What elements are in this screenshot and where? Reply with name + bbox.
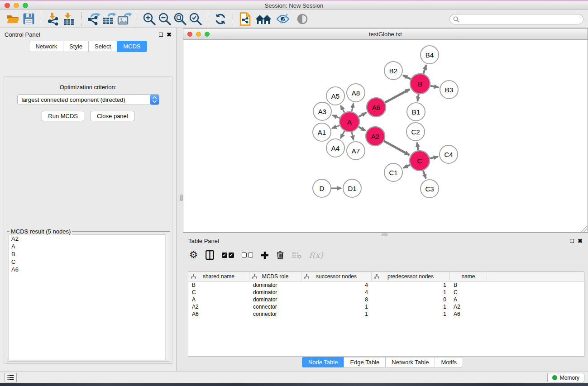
criterion-dropdown[interactable]: largest connected component (directed) xyxy=(17,94,159,105)
window-resize-grip[interactable] xyxy=(581,226,587,232)
network-graph[interactable]: B4B2BB3A8A5A6A3B1AC2A1A2A4A7C4CC1DD1C3 xyxy=(183,40,588,232)
graph-node-A5[interactable]: A5 xyxy=(326,87,344,105)
export-image-button[interactable] xyxy=(117,11,132,27)
edge-A-A3[interactable] xyxy=(332,115,339,118)
memory-button[interactable]: Memory xyxy=(547,373,584,382)
export-network-button[interactable] xyxy=(86,11,101,27)
graph-node-C1[interactable]: C1 xyxy=(384,163,402,181)
delete-row-button[interactable] xyxy=(277,251,284,259)
network-canvas[interactable]: B4B2BB3A8A5A6A3B1AC2A1A2A4A7C4CC1DD1C3 xyxy=(183,40,588,232)
cell-name[interactable]: A xyxy=(450,296,487,303)
tab-style[interactable]: Style xyxy=(63,41,88,52)
mcds-result-item[interactable]: A6 xyxy=(9,266,168,273)
mcds-result-item[interactable]: A2 xyxy=(9,235,168,243)
graph-node-A3[interactable]: A3 xyxy=(313,102,331,120)
show-details-button[interactable] xyxy=(295,11,310,27)
table-row[interactable]: Cdominator41C xyxy=(188,289,584,296)
graph-node-A8[interactable]: A8 xyxy=(347,84,365,102)
column-header-shared-name[interactable]: shared name xyxy=(188,272,249,281)
graph-node-A4[interactable]: A4 xyxy=(326,139,344,157)
table-row[interactable]: Bdominator41B xyxy=(188,281,584,289)
function-builder-button[interactable]: f(x) xyxy=(309,250,323,260)
edge-A-A7[interactable] xyxy=(352,132,354,140)
cell-predecessor-nodes[interactable]: 1 xyxy=(372,282,450,288)
edge-C-C1[interactable] xyxy=(403,165,410,168)
zoom-selected-button[interactable] xyxy=(188,11,203,27)
cell-successor-nodes[interactable]: 4 xyxy=(301,282,372,288)
cell-successor-nodes[interactable]: 8 xyxy=(301,296,372,303)
cell-predecessor-nodes[interactable]: 0 xyxy=(372,296,450,303)
edge-A6-B[interactable] xyxy=(385,89,410,102)
export-table-button[interactable] xyxy=(101,11,117,27)
column-header-predecessor-nodes[interactable]: predecessor nodes xyxy=(372,272,450,281)
graph-node-B3[interactable]: B3 xyxy=(440,81,458,99)
cell-MCDS-role[interactable]: connector xyxy=(249,311,301,317)
add-row-button[interactable] xyxy=(261,251,269,259)
graph-node-C2[interactable]: C2 xyxy=(406,123,425,141)
cell-name[interactable]: B xyxy=(450,282,487,288)
import-table-button[interactable] xyxy=(61,11,76,27)
graph-node-B4[interactable]: B4 xyxy=(421,46,439,64)
float-panel-icon[interactable] xyxy=(159,33,163,37)
mcds-result-list[interactable]: A2ABCA6 xyxy=(9,234,168,360)
graph-node-A6[interactable]: A6 xyxy=(367,98,386,117)
network-document-button[interactable] xyxy=(238,11,253,27)
edge-A2-C[interactable] xyxy=(384,141,409,155)
hide-details-button[interactable] xyxy=(276,11,291,27)
cell-successor-nodes[interactable]: 1 xyxy=(301,304,372,310)
cell-successor-nodes[interactable]: 4 xyxy=(301,289,372,295)
mcds-result-item[interactable]: C xyxy=(9,258,168,266)
edge-B-B4[interactable] xyxy=(423,65,426,74)
import-network-button[interactable] xyxy=(46,11,61,27)
vertical-splitter-handle[interactable] xyxy=(180,195,183,201)
zoom-out-button[interactable] xyxy=(157,11,172,27)
edge-B-B2[interactable] xyxy=(403,76,411,79)
select-all-button[interactable]: ✓ ✓ xyxy=(222,253,234,258)
edge-C-C3[interactable] xyxy=(423,171,426,179)
cell-name[interactable]: A6 xyxy=(450,311,487,317)
tab-network-table[interactable]: Network Table xyxy=(385,357,435,367)
cell-MCDS-role[interactable]: connector xyxy=(249,304,301,310)
cell-shared-name[interactable]: A xyxy=(188,296,249,303)
graph-node-B2[interactable]: B2 xyxy=(384,62,402,80)
open-session-button[interactable] xyxy=(5,11,21,27)
graph-node-A2[interactable]: A2 xyxy=(366,127,385,146)
run-mcds-button[interactable]: Run MCDS xyxy=(42,111,84,121)
cell-MCDS-role[interactable]: dominator xyxy=(249,282,301,288)
column-header-successor-nodes[interactable]: successor nodes xyxy=(301,272,372,281)
mcds-result-item[interactable]: A xyxy=(9,243,168,250)
float-table-panel-icon[interactable] xyxy=(570,239,574,243)
graph-node-C[interactable]: C xyxy=(410,151,430,171)
graph-node-C4[interactable]: C4 xyxy=(440,145,458,163)
zoom-fit-button[interactable] xyxy=(172,11,188,27)
edge-C-C2[interactable] xyxy=(417,143,418,150)
graph-node-C3[interactable]: C3 xyxy=(421,180,439,198)
cell-shared-name[interactable]: A2 xyxy=(188,304,249,310)
network-window-titlebar[interactable]: testGlobe.txt xyxy=(183,29,588,40)
cell-predecessor-nodes[interactable]: 1 xyxy=(372,289,450,295)
cell-MCDS-role[interactable]: dominator xyxy=(249,296,301,303)
tab-edge-table[interactable]: Edge Table xyxy=(344,357,385,367)
overview-button[interactable] xyxy=(256,11,271,27)
tab-node-table[interactable]: Node Table xyxy=(302,357,344,367)
edge-B-B1[interactable] xyxy=(417,94,418,101)
mcds-result-item[interactable]: B xyxy=(9,250,168,258)
tab-select[interactable]: Select xyxy=(88,41,117,52)
mcds-result-scrollbar[interactable] xyxy=(165,234,168,360)
graph-node-A1[interactable]: A1 xyxy=(313,123,331,141)
save-session-button[interactable] xyxy=(21,11,36,27)
graph-node-A[interactable]: A xyxy=(339,112,359,132)
delete-table-button[interactable] xyxy=(292,252,301,259)
edge-A-A5[interactable] xyxy=(340,105,344,113)
graph-node-D[interactable]: D xyxy=(313,179,331,197)
edge-C-C4[interactable] xyxy=(430,157,438,158)
graph-node-B1[interactable]: B1 xyxy=(407,103,425,121)
show-columns-button[interactable] xyxy=(206,250,214,260)
edge-A-A8[interactable] xyxy=(352,103,354,111)
edge-A-A6[interactable] xyxy=(359,113,366,117)
task-history-button[interactable] xyxy=(5,373,17,382)
close-panel-icon[interactable]: ✖ xyxy=(167,32,172,38)
column-header-name[interactable]: name xyxy=(450,272,487,281)
tab-motifs[interactable]: Motifs xyxy=(435,357,463,367)
tab-network[interactable]: Network xyxy=(29,41,63,52)
